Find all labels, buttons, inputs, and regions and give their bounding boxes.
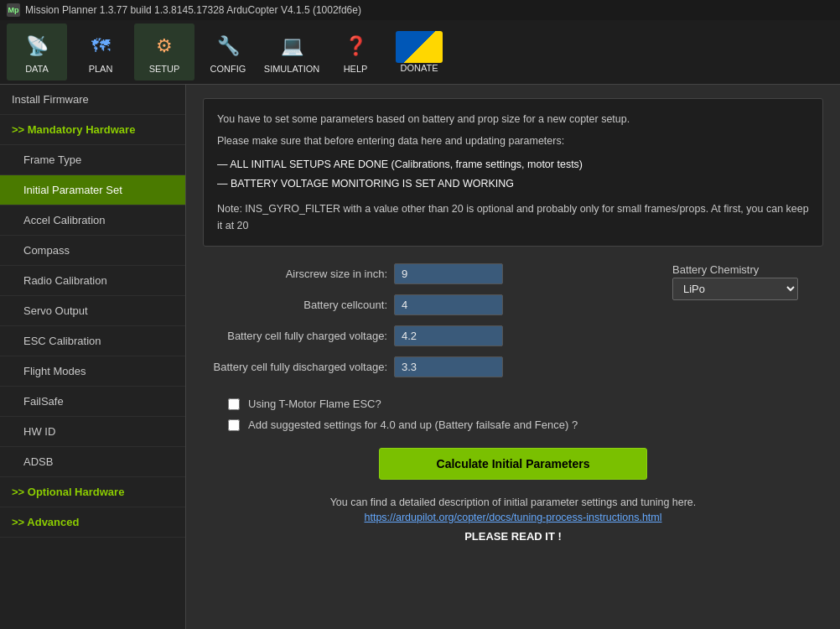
checkbox2-row: Add suggested settings for 4.0 and up (B… xyxy=(203,418,823,431)
suggested-settings-checkbox[interactable] xyxy=(228,419,240,431)
battery-charged-row: Battery cell fully charged voltage: xyxy=(203,325,656,346)
info-line3: — ALL INITIAL SETUPS ARE DONE (Calibrati… xyxy=(217,156,809,173)
info-line5: Note: INS_GYRO_FILTER with a value other… xyxy=(217,200,809,234)
battery-chemistry-label: Battery Chemistry xyxy=(672,263,823,276)
info-line4: — BATTERY VOLTAGE MONITORING IS SET AND … xyxy=(217,175,809,192)
battery-discharged-input[interactable] xyxy=(394,356,503,377)
tmotor-checkbox[interactable] xyxy=(228,398,240,410)
plan-icon: 🗺 xyxy=(85,30,117,62)
main-layout: Install Firmware >> Mandatory Hardware F… xyxy=(0,85,840,629)
toolbar-config-btn[interactable]: 🔧 CONFIG xyxy=(198,23,258,81)
battery-chemistry-select[interactable]: LiPo LiHV NiMH NiCd xyxy=(672,278,798,300)
toolbar-simulation-label: SIMULATION xyxy=(264,64,319,74)
sidebar-item-servo-output[interactable]: Servo Output xyxy=(0,296,185,326)
checkbox1-row: Using T-Motor Flame ESC? xyxy=(203,398,823,410)
battery-charged-input[interactable] xyxy=(394,325,503,346)
footer-text: You can find a detailed description of i… xyxy=(203,496,823,508)
battery-cellcount-row: Battery cellcount: xyxy=(203,294,656,315)
sidebar-item-compass[interactable]: Compass xyxy=(0,236,185,266)
toolbar-config-label: CONFIG xyxy=(210,64,246,74)
calculate-button[interactable]: Calculate Initial Parameters xyxy=(379,448,647,480)
sidebar: Install Firmware >> Mandatory Hardware F… xyxy=(0,85,186,629)
sidebar-item-adsb[interactable]: ADSB xyxy=(0,447,185,477)
toolbar-data-btn[interactable]: 📡 DATA xyxy=(7,23,67,81)
toolbar: 📡 DATA 🗺 PLAN ⚙ SETUP 🔧 CONFIG 💻 SIMULAT… xyxy=(0,20,840,85)
suggested-settings-label: Add suggested settings for 4.0 and up (B… xyxy=(248,418,578,431)
toolbar-donate-btn[interactable]: DONATE xyxy=(389,23,449,81)
airscrew-input[interactable] xyxy=(394,263,503,284)
toolbar-setup-btn[interactable]: ⚙ SETUP xyxy=(134,23,194,81)
help-icon: ❓ xyxy=(340,30,371,62)
info-box: You have to set some parameters based on… xyxy=(203,98,823,247)
battery-chemistry-group: Battery Chemistry LiPo LiHV NiMH NiCd xyxy=(672,263,823,300)
tmotor-label: Using T-Motor Flame ESC? xyxy=(248,398,381,410)
sidebar-item-frame-type[interactable]: Frame Type xyxy=(0,145,185,175)
footer-read: PLEASE READ IT ! xyxy=(203,530,823,543)
info-line1: You have to set some parameters based on… xyxy=(217,111,809,127)
config-icon: 🔧 xyxy=(212,30,244,62)
simulation-icon: 💻 xyxy=(276,30,308,62)
sidebar-item-mandatory-hardware[interactable]: >> Mandatory Hardware xyxy=(0,115,185,145)
sidebar-item-flight-modes[interactable]: Flight Modes xyxy=(0,356,185,387)
sidebar-item-install-firmware[interactable]: Install Firmware xyxy=(0,85,185,115)
sidebar-item-optional-hardware[interactable]: >> Optional Hardware xyxy=(0,477,185,507)
battery-discharged-row: Battery cell fully discharged voltage: xyxy=(203,356,656,377)
sidebar-item-initial-param[interactable]: Initial Paramater Set xyxy=(0,175,185,205)
toolbar-setup-label: SETUP xyxy=(149,64,180,74)
info-line2: Please make sure that before entering da… xyxy=(217,133,809,149)
left-form-group: Airscrew size in inch: Battery cellcount… xyxy=(203,263,656,387)
footer-link[interactable]: https://ardupilot.org/copter/docs/tuning… xyxy=(203,512,823,523)
sidebar-item-failsafe[interactable]: FailSafe xyxy=(0,387,185,417)
toolbar-plan-label: PLAN xyxy=(89,64,113,74)
setup-icon: ⚙ xyxy=(148,30,180,62)
airscrew-label: Airscrew size in inch: xyxy=(203,268,387,280)
sidebar-item-accel-calibration[interactable]: Accel Calibration xyxy=(0,205,185,236)
toolbar-donate-label: DONATE xyxy=(400,63,438,73)
sidebar-item-advanced[interactable]: >> Advanced xyxy=(0,507,185,538)
battery-cellcount-input[interactable] xyxy=(394,294,503,315)
battery-discharged-label: Battery cell fully discharged voltage: xyxy=(203,361,387,373)
app-title: Mission Planner 1.3.77 build 1.3.8145.17… xyxy=(25,4,361,16)
toolbar-help-btn[interactable]: ❓ HELP xyxy=(325,23,386,81)
toolbar-help-label: HELP xyxy=(344,64,368,74)
sidebar-item-hw-id[interactable]: HW ID xyxy=(0,417,185,447)
title-bar: Mp Mission Planner 1.3.77 build 1.3.8145… xyxy=(0,0,840,20)
toolbar-simulation-btn[interactable]: 💻 SIMULATION xyxy=(262,23,322,81)
airscrew-row: Airscrew size in inch: xyxy=(203,263,656,284)
battery-cellcount-label: Battery cellcount: xyxy=(203,299,387,311)
battery-charged-label: Battery cell fully charged voltage: xyxy=(203,330,387,342)
toolbar-plan-btn[interactable]: 🗺 PLAN xyxy=(70,23,131,81)
form-area: Airscrew size in inch: Battery cellcount… xyxy=(203,263,823,387)
sidebar-item-esc-calibration[interactable]: ESC Calibration xyxy=(0,326,185,356)
toolbar-data-label: DATA xyxy=(25,64,49,74)
data-icon: 📡 xyxy=(21,30,53,62)
app-logo: Mp xyxy=(7,3,20,17)
content-area: You have to set some parameters based on… xyxy=(186,85,840,629)
donate-icon xyxy=(396,31,443,63)
sidebar-item-radio-calibration[interactable]: Radio Calibration xyxy=(0,266,185,296)
